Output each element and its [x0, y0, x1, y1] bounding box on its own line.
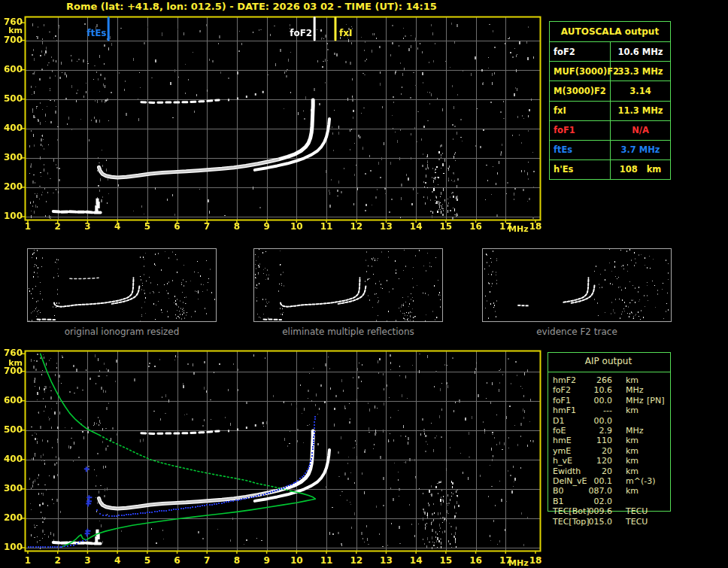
- aip-value: 009.6: [573, 507, 612, 516]
- aip-unit: MHz: [626, 396, 644, 405]
- x-tick-label: 11: [317, 556, 335, 565]
- x-tick-label: 6: [168, 222, 187, 231]
- autoscala-row-value: 11.3 MHz: [611, 101, 670, 120]
- aip-value: 20: [573, 447, 612, 456]
- x-tick-label: 1: [19, 222, 37, 231]
- autoscala-output-table: AUTOSCALA output foF210.6 MHzMUF(3000)F2…: [549, 21, 671, 180]
- aip-label: B0: [553, 487, 564, 496]
- aip-unit: TECU: [626, 518, 648, 527]
- x-tick-label: 9: [258, 222, 276, 231]
- foF2-marker-label: foF2: [290, 29, 312, 38]
- x-tick-label: 5: [138, 556, 156, 565]
- aip-label: ymE: [553, 447, 571, 456]
- aip-value: 20: [573, 467, 612, 476]
- bottom-x-unit-label: MHz: [508, 559, 529, 568]
- aip-value: 00.0: [573, 396, 612, 405]
- top-x-unit-label: MHz: [508, 225, 529, 234]
- aip-label: foF1: [553, 396, 571, 405]
- fxI-marker-label: fxI: [339, 29, 352, 38]
- autoscala-row-label: foF1: [550, 120, 611, 140]
- y-tick-label: 600: [0, 396, 23, 405]
- aip-value: 120: [573, 457, 612, 466]
- x-tick-label: 9: [258, 556, 276, 565]
- y-tick-label: 760: [0, 348, 23, 358]
- autoscala-row-value: 3.14: [611, 80, 670, 100]
- thumbnail-eliminate-reflections: [253, 248, 443, 322]
- top-ionogram-plot: [21, 14, 544, 223]
- x-tick-label: 3: [78, 556, 96, 565]
- y-tick-label: 300: [0, 153, 23, 163]
- y-tick-label: 100: [0, 542, 23, 552]
- y-tick-label: 200: [0, 513, 23, 523]
- thumbnail-evidence-f2-trace: [482, 248, 672, 322]
- x-tick-label: 7: [198, 222, 216, 231]
- x-tick-label: 4: [108, 556, 126, 565]
- autoscala-row-label: M(3000)F2: [550, 80, 611, 100]
- top-y-unit-label: km: [0, 26, 23, 35]
- autoscala-row-label: h'Es: [550, 159, 611, 179]
- aip-value: 00.0: [573, 417, 612, 426]
- aip-extra: [PN]: [647, 396, 664, 405]
- x-tick-label: 4: [108, 222, 126, 231]
- x-tick-label: 14: [407, 222, 425, 231]
- x-tick-label: 18: [526, 556, 544, 565]
- aip-value: 110: [573, 436, 612, 445]
- thumbnail-original-ionogram: [27, 248, 217, 322]
- aip-value: ---: [573, 406, 612, 415]
- x-tick-label: 5: [138, 222, 156, 231]
- aip-unit: MHz: [626, 386, 644, 395]
- y-tick-label: 400: [0, 123, 23, 133]
- aip-label: foE: [553, 427, 566, 436]
- aip-label: foF2: [553, 386, 571, 395]
- aip-unit: MHz: [626, 427, 644, 436]
- aip-value: 266: [573, 376, 612, 385]
- x-tick-label: 10: [287, 222, 305, 231]
- aip-unit: km: [626, 487, 639, 496]
- x-tick-label: 6: [168, 556, 187, 565]
- x-tick-label: 2: [49, 222, 67, 231]
- autoscala-row-label: MUF(3000)F2: [550, 61, 611, 80]
- x-tick-label: 16: [467, 222, 485, 231]
- aip-label: B1: [553, 497, 564, 506]
- aip-label: hmE: [553, 436, 572, 445]
- autoscala-row-label: foF2: [550, 41, 611, 61]
- autoscala-row-label: fxI: [550, 101, 611, 120]
- page-title: Rome (lat: +41.8, lon: 012.5) - DATE: 20…: [66, 1, 437, 12]
- x-tick-label: 8: [228, 556, 246, 565]
- x-tick-label: 13: [377, 556, 395, 565]
- aip-unit: km: [626, 447, 639, 456]
- autoscala-row-value: 108 km: [611, 159, 670, 179]
- ftEs-marker-label: ftEs: [86, 29, 106, 38]
- autoscala-table-header: AUTOSCALA output: [550, 22, 670, 41]
- aip-unit: km: [626, 467, 639, 476]
- aip-unit: km: [626, 457, 639, 466]
- x-tick-label: 10: [287, 556, 305, 565]
- aip-value: 2.9: [573, 427, 612, 436]
- x-tick-label: 18: [526, 222, 544, 231]
- bottom-y-unit-label: km: [0, 359, 23, 368]
- thumbnail-caption: evidence F2 trace: [482, 327, 672, 337]
- aip-value: 00.1: [573, 477, 612, 486]
- bottom-profile-plot: [21, 348, 544, 554]
- x-tick-label: 11: [317, 222, 335, 231]
- ionogram-app-window: Rome (lat: +41.8, lon: 012.5) - DATE: 20…: [0, 0, 728, 568]
- x-tick-label: 14: [407, 556, 425, 565]
- aip-unit: m^(-3): [626, 477, 655, 486]
- y-tick-label: 600: [0, 65, 23, 74]
- y-tick-label: 400: [0, 454, 23, 464]
- thumbnail-caption: original ionogram resized: [27, 327, 217, 337]
- x-tick-label: 13: [377, 222, 395, 231]
- aip-unit: TECU: [626, 507, 648, 516]
- x-tick-label: 12: [347, 556, 366, 565]
- aip-header-divider: [548, 372, 670, 372]
- aip-unit: km: [626, 376, 639, 385]
- autoscala-row-value: 3.7 MHz: [611, 140, 670, 159]
- x-tick-label: 15: [437, 556, 455, 565]
- aip-table-header: AIP output: [548, 356, 669, 366]
- x-tick-label: 15: [437, 222, 455, 231]
- y-tick-label: 700: [0, 35, 23, 45]
- x-tick-label: 16: [467, 556, 485, 565]
- thumbnail-caption: eliminate multiple reflections: [253, 327, 443, 337]
- x-tick-label: 2: [49, 556, 67, 565]
- aip-value: 087.0: [573, 487, 612, 496]
